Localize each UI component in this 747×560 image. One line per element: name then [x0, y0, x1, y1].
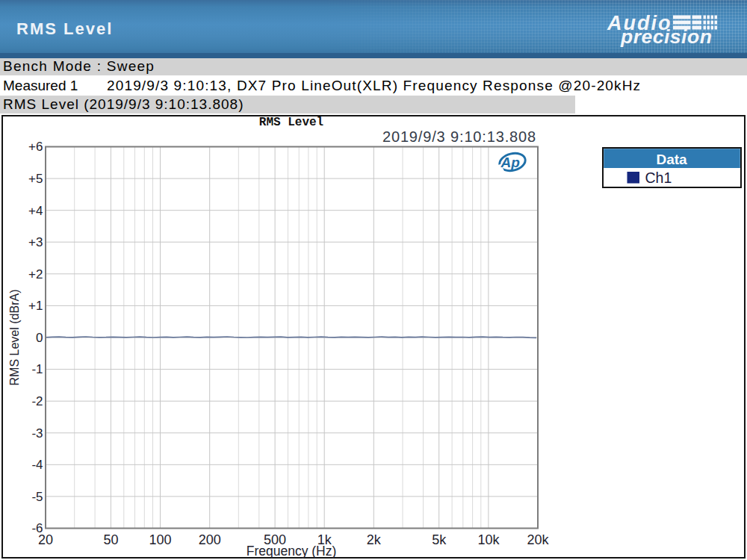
- svg-text:100: 100: [149, 532, 171, 547]
- svg-text:-4: -4: [31, 458, 43, 472]
- svg-text:200: 200: [199, 532, 221, 547]
- svg-text:10k: 10k: [477, 532, 500, 547]
- svg-text:Data: Data: [656, 152, 687, 167]
- svg-text:Ch1: Ch1: [645, 169, 672, 186]
- svg-text:5k: 5k: [432, 532, 447, 547]
- svg-text:+2: +2: [28, 267, 43, 281]
- svg-text:+1: +1: [28, 299, 43, 313]
- svg-text:RMS Level: RMS Level: [259, 116, 323, 129]
- svg-text:+4: +4: [28, 204, 43, 218]
- svg-text:-5: -5: [31, 490, 43, 504]
- svg-text:-1: -1: [31, 362, 43, 376]
- svg-text:2k: 2k: [367, 532, 382, 547]
- svg-text:0: 0: [36, 331, 43, 345]
- svg-text:+6: +6: [28, 140, 43, 154]
- svg-text:50: 50: [103, 532, 118, 547]
- svg-text:20: 20: [38, 532, 53, 547]
- svg-text:20k: 20k: [527, 532, 549, 547]
- svg-text:2019/9/3 9:10:13.808: 2019/9/3 9:10:13.808: [382, 128, 536, 145]
- svg-text:+3: +3: [28, 235, 43, 249]
- svg-text:Frequency (Hz): Frequency (Hz): [247, 544, 337, 559]
- svg-text:RMS Level (dBrA): RMS Level (dBrA): [8, 290, 21, 386]
- svg-text:-2: -2: [31, 394, 43, 408]
- svg-text:-3: -3: [31, 426, 43, 441]
- svg-text:Ap: Ap: [500, 155, 520, 170]
- svg-text:+5: +5: [28, 172, 43, 186]
